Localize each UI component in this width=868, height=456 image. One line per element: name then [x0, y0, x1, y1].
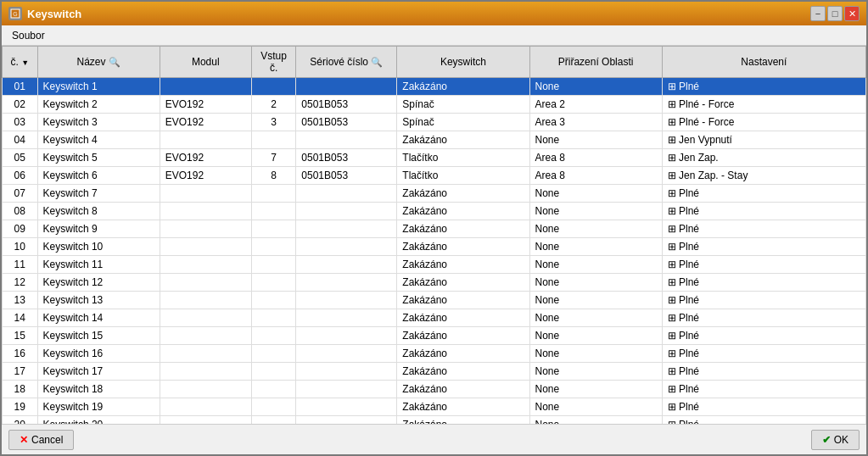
- window-controls: − □ ✕: [810, 6, 860, 21]
- title-bar: G Keyswitch − □ ✕: [2, 2, 866, 25]
- cancel-x-icon: ✕: [20, 434, 28, 446]
- menu-soubor[interactable]: Soubor: [5, 28, 52, 43]
- main-window: G Keyswitch − □ ✕ Soubor č.: [0, 0, 868, 456]
- maximize-button[interactable]: □: [827, 6, 843, 21]
- table-row[interactable]: 04Keyswitch 4ZakázánoNone⊞ Jen Vypnutí: [3, 131, 866, 149]
- footer-bar: ✕ Cancel ✔ OK: [2, 424, 866, 454]
- col-header-keyswitch: Keyswitch: [397, 47, 529, 78]
- table-row[interactable]: 03Keyswitch 3EVO19230501B053SpínačArea 3…: [3, 114, 866, 131]
- table-row[interactable]: 08Keyswitch 8ZakázánoNone⊞ Plné: [3, 203, 866, 220]
- keyswitch-table: č. ▼ Název 🔍 Modul Vstupč.: [2, 46, 866, 424]
- table-row[interactable]: 20Keyswitch 20ZakázánoNone⊞ Plné: [3, 416, 866, 425]
- table-row[interactable]: 16Keyswitch 16ZakázánoNone⊞ Plné: [3, 345, 866, 363]
- svg-text:G: G: [13, 11, 17, 17]
- table-row[interactable]: 18Keyswitch 18ZakázánoNone⊞ Plné: [3, 381, 866, 398]
- search-icon-name[interactable]: 🔍: [109, 57, 120, 67]
- table-container: č. ▼ Název 🔍 Modul Vstupč.: [2, 46, 866, 424]
- table-row[interactable]: 13Keyswitch 13ZakázánoNone⊞ Plné: [3, 292, 866, 309]
- table-row[interactable]: 02Keyswitch 2EVO19220501B053SpínačArea 2…: [3, 96, 866, 114]
- table-row[interactable]: 01Keyswitch 1ZakázánoNone⊞ Plné: [3, 78, 866, 96]
- sort-arrow-num: ▼: [21, 58, 29, 67]
- table-row[interactable]: 06Keyswitch 6EVO19280501B053TlačítkoArea…: [3, 167, 866, 185]
- table-wrapper[interactable]: č. ▼ Název 🔍 Modul Vstupč.: [2, 46, 866, 424]
- col-header-area: Přiřazení Oblasti: [529, 47, 662, 78]
- close-button[interactable]: ✕: [844, 6, 860, 21]
- ok-check-icon: ✔: [822, 434, 831, 446]
- table-row[interactable]: 11Keyswitch 11ZakázánoNone⊞ Plné: [3, 256, 866, 274]
- col-header-vstup: Vstupč.: [251, 47, 295, 78]
- table-body: 01Keyswitch 1ZakázánoNone⊞ Plné02Keyswit…: [3, 78, 866, 425]
- table-row[interactable]: 14Keyswitch 14ZakázánoNone⊞ Plné: [3, 309, 866, 327]
- table-row[interactable]: 15Keyswitch 15ZakázánoNone⊞ Plné: [3, 327, 866, 345]
- menu-bar: Soubor: [2, 25, 866, 46]
- cancel-button[interactable]: ✕ Cancel: [8, 430, 74, 450]
- table-row[interactable]: 07Keyswitch 7ZakázánoNone⊞ Plné: [3, 185, 866, 203]
- ok-button[interactable]: ✔ OK: [811, 430, 860, 450]
- col-header-num[interactable]: č. ▼: [3, 47, 38, 78]
- table-row[interactable]: 10Keyswitch 10ZakázánoNone⊞ Plné: [3, 238, 866, 256]
- table-row[interactable]: 17Keyswitch 17ZakázánoNone⊞ Plné: [3, 363, 866, 381]
- col-header-setting: Nastavení: [662, 47, 865, 78]
- minimize-button[interactable]: −: [810, 6, 826, 21]
- col-header-serial[interactable]: Sériové číslo 🔍: [296, 47, 397, 78]
- app-icon: G: [8, 7, 22, 20]
- table-header-row: č. ▼ Název 🔍 Modul Vstupč.: [3, 47, 866, 78]
- col-header-module: Modul: [160, 47, 251, 78]
- main-content: č. ▼ Název 🔍 Modul Vstupč.: [2, 46, 866, 454]
- table-row[interactable]: 19Keyswitch 19ZakázánoNone⊞ Plné: [3, 398, 866, 416]
- col-header-name[interactable]: Název 🔍: [37, 47, 160, 78]
- search-icon-serial[interactable]: 🔍: [371, 57, 383, 67]
- table-row[interactable]: 09Keyswitch 9ZakázánoNone⊞ Plné: [3, 220, 866, 238]
- table-row[interactable]: 05Keyswitch 5EVO19270501B053TlačítkoArea…: [3, 149, 866, 167]
- table-row[interactable]: 12Keyswitch 12ZakázánoNone⊞ Plné: [3, 274, 866, 292]
- title-bar-left: G Keyswitch: [8, 7, 81, 20]
- window-title: Keyswitch: [27, 8, 81, 20]
